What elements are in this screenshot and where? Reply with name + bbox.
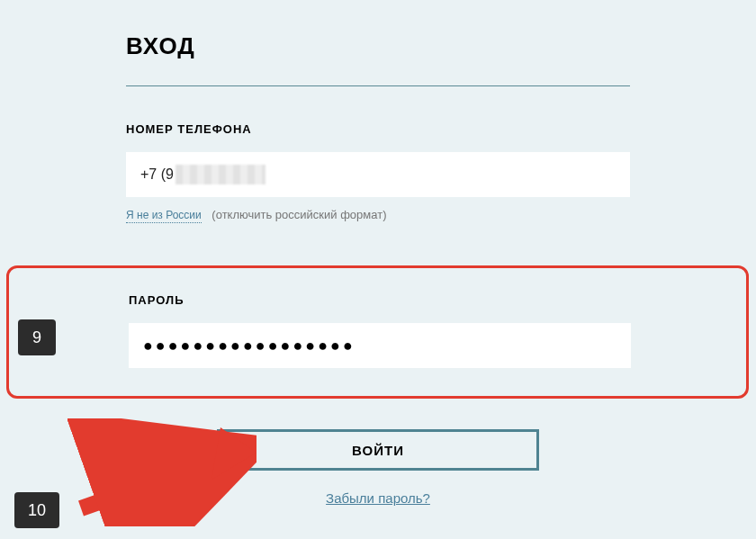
not-russia-link[interactable]: Я не из России	[126, 209, 202, 223]
submit-area: ВОЙТИ Забыли пароль?	[126, 429, 630, 506]
password-input[interactable]: ●●●●●●●●●●●●●●●●●	[129, 323, 631, 368]
phone-label: НОМЕР ТЕЛЕФОНА	[126, 122, 630, 136]
password-label: ПАРОЛЬ	[129, 293, 631, 307]
login-form: ВХОД НОМЕР ТЕЛЕФОНА +7 (9 Я не из России…	[0, 0, 756, 221]
phone-redacted	[176, 165, 266, 184]
phone-hint-row: Я не из России (отключить российский фор…	[126, 208, 630, 221]
password-masked: ●●●●●●●●●●●●●●●●●	[143, 337, 356, 355]
phone-hint-text: (отключить российский формат)	[212, 208, 386, 221]
annotation-badge-10: 10	[14, 492, 59, 528]
submit-button-label: ВОЙТИ	[352, 443, 404, 458]
submit-button[interactable]: ВОЙТИ	[217, 429, 539, 471]
phone-prefix: +7 (9	[140, 166, 174, 183]
page-title: ВХОД	[126, 32, 630, 60]
annotation-badge-9: 9	[18, 319, 56, 355]
divider	[126, 85, 630, 86]
forgot-password-link[interactable]: Забыли пароль?	[326, 490, 430, 506]
phone-input[interactable]: +7 (9	[126, 152, 630, 197]
annotation-highlight-password: ПАРОЛЬ ●●●●●●●●●●●●●●●●●	[6, 265, 749, 399]
